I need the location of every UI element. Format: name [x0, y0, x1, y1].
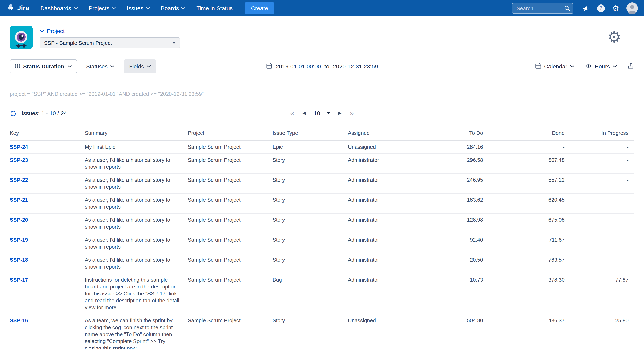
issue-project: Sample Scrum Project [188, 154, 272, 174]
issue-assignee: Administrator [348, 154, 428, 174]
table-row: SSP-18 As a user, I'd like a historical … [10, 253, 634, 273]
date-to: 2020-12-31 23:59 [333, 63, 378, 70]
date-range-picker[interactable]: 2019-01-01 00:00 to 2020-12-31 23:59 [266, 63, 378, 70]
report-settings-gear-icon[interactable]: ⚙ [607, 29, 621, 50]
issue-assignee: Administrator [348, 253, 428, 273]
project-select[interactable]: SSP - Sample Scrum Project [40, 38, 180, 48]
project-select-value: SSP - Sample Scrum Project [44, 40, 112, 46]
hours-dropdown-label: Hours [594, 63, 610, 70]
issue-key-link[interactable]: SSP-24 [10, 144, 28, 150]
search-box [512, 3, 573, 14]
gear-glyph: ⚙ [607, 28, 621, 46]
done-value: 557.12 [489, 174, 570, 193]
table-row: SSP-21 As a user, I'd like a historical … [10, 193, 634, 213]
todo-value: 296.58 [428, 154, 489, 174]
col-header-key[interactable]: Key [10, 127, 85, 140]
top-nav: Jira Dashboards Projects Issues Boards T… [0, 0, 644, 16]
chevron-down-icon [613, 65, 617, 68]
done-value: 436.37 [489, 314, 570, 349]
issue-key-link[interactable]: SSP-20 [10, 217, 28, 223]
issues-table: Key Summary Project Issue Type Assignee … [10, 127, 634, 349]
issue-project: Sample Scrum Project [188, 253, 272, 273]
jira-brand[interactable]: Jira [6, 3, 30, 13]
nav-item-time-in-status[interactable]: Time in Status [196, 5, 232, 12]
help-icon[interactable]: ? [597, 4, 605, 12]
issue-type: Story [272, 193, 348, 213]
prev-page-button[interactable]: ◀ [302, 111, 306, 115]
user-avatar[interactable] [626, 2, 638, 14]
issue-key-link[interactable]: SSP-18 [10, 257, 28, 263]
issue-summary: As a user, I'd like a historical story t… [85, 154, 188, 174]
nav-item-dashboards[interactable]: Dashboards [40, 5, 78, 12]
chevron-down-icon [172, 42, 176, 44]
settings-gear-icon[interactable]: ⚙ [612, 4, 619, 12]
todo-value: 284.16 [428, 140, 489, 154]
create-button[interactable]: Create [245, 2, 274, 14]
issue-type: Story [272, 213, 348, 233]
done-value: 675.08 [489, 213, 570, 233]
page-size-select[interactable]: 10 [314, 110, 330, 116]
search-input[interactable] [512, 3, 573, 14]
col-header-summary[interactable]: Summary [85, 127, 188, 140]
issue-type: Story [272, 233, 348, 253]
issues-count-label: Issues: 1 - 10 / 24 [22, 110, 67, 116]
issue-assignee: Unassigned [348, 314, 428, 349]
table-row: SSP-17 Instructions for deleting this sa… [10, 273, 634, 314]
issue-key-link[interactable]: SSP-22 [10, 177, 28, 183]
inprogress-value: - [570, 140, 634, 154]
done-value: - [489, 140, 570, 154]
first-page-button[interactable]: « [290, 110, 294, 117]
done-value: 378.30 [489, 273, 570, 314]
issue-key-link[interactable]: SSP-21 [10, 197, 28, 203]
col-header-done[interactable]: Done [489, 127, 570, 140]
refresh-icon[interactable] [10, 110, 17, 117]
done-value: 620.45 [489, 193, 570, 213]
col-header-issue-type[interactable]: Issue Type [272, 127, 348, 140]
col-header-todo[interactable]: To Do [428, 127, 489, 140]
issues-count: Issues: 1 - 10 / 24 [10, 110, 67, 117]
issues-table-body: SSP-24 My First Epic Sample Scrum Projec… [10, 140, 634, 349]
nav-item-projects[interactable]: Projects [89, 5, 116, 12]
hours-dropdown[interactable]: Hours [585, 63, 617, 70]
issue-summary: My First Epic [85, 140, 188, 154]
issue-project: Sample Scrum Project [188, 273, 272, 314]
done-value: 783.57 [489, 253, 570, 273]
issue-assignee: Administrator [348, 193, 428, 213]
col-header-project[interactable]: Project [188, 127, 272, 140]
issue-key-link[interactable]: SSP-17 [10, 277, 28, 283]
issue-type: Story [272, 174, 348, 193]
report-type-label: Status Duration [23, 63, 64, 70]
nav-item-issues[interactable]: Issues [127, 5, 150, 12]
statuses-button[interactable]: Statuses [81, 60, 120, 73]
issue-type: Bug [272, 273, 348, 314]
export-button[interactable] [627, 62, 634, 70]
calendar-dropdown[interactable]: Calendar [535, 63, 574, 70]
issue-key-link[interactable]: SSP-19 [10, 237, 28, 243]
table-row: SSP-22 As a user, I'd like a historical … [10, 174, 634, 193]
project-label: Project [47, 28, 64, 34]
chevron-down-icon [146, 7, 150, 9]
inprogress-value: - [570, 154, 634, 174]
pagination: « ◀ 10 ▶ » [290, 110, 354, 117]
table-row: SSP-23 As a user, I'd like a historical … [10, 154, 634, 174]
toolbar: Status Duration Statuses Fields 2019-01-… [10, 60, 634, 73]
done-value: 507.48 [489, 154, 570, 174]
feedback-megaphone-icon[interactable] [582, 5, 590, 12]
nav-item-boards[interactable]: Boards [161, 5, 186, 12]
last-page-button[interactable]: » [350, 110, 354, 117]
report-type-button[interactable]: Status Duration [10, 60, 77, 73]
issue-key-link[interactable]: SSP-23 [10, 157, 28, 163]
col-header-in-progress[interactable]: In Progress [570, 127, 634, 140]
question-mark-glyph: ? [597, 4, 605, 12]
issue-project: Sample Scrum Project [188, 174, 272, 193]
report-header-section: Project SSP - Sample Scrum Project ⚙ [0, 16, 644, 81]
todo-value: 246.95 [428, 174, 489, 193]
col-header-assignee[interactable]: Assignee [348, 127, 428, 140]
fields-button[interactable]: Fields [124, 60, 156, 73]
next-page-button[interactable]: ▶ [338, 111, 342, 115]
project-scope-toggle[interactable]: Project [40, 28, 180, 34]
calendar-icon [535, 63, 541, 70]
nav-item-label: Projects [89, 5, 109, 12]
table-row: SSP-24 My First Epic Sample Scrum Projec… [10, 140, 634, 154]
issue-key-link[interactable]: SSP-16 [10, 318, 28, 324]
